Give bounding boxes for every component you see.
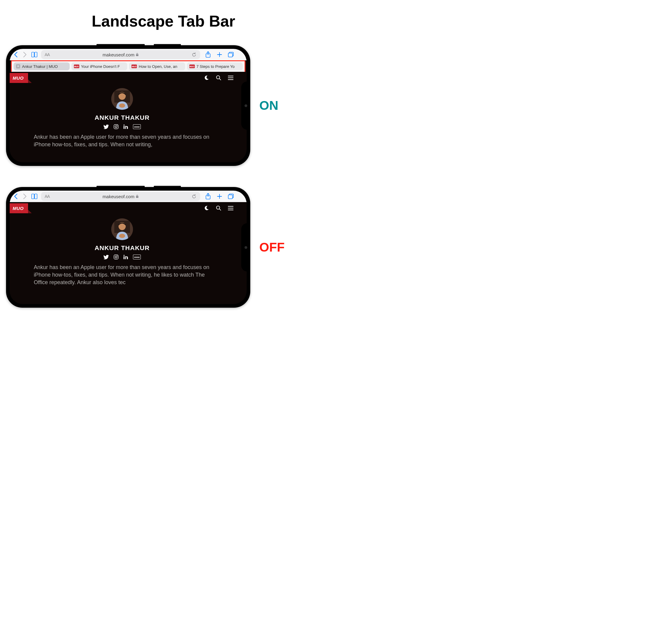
safari-toolbar: AA makeuseof.com [10,49,247,60]
search-icon[interactable] [216,205,221,211]
favicon-icon: MUO [132,65,137,68]
svg-point-17 [123,124,124,126]
dark-mode-icon[interactable] [204,75,209,80]
lock-icon [136,53,139,56]
lock-icon [136,194,139,198]
back-button[interactable] [13,193,19,199]
text-size-button[interactable]: AA [45,194,50,199]
state-label-off: OFF [259,240,285,255]
site-logo[interactable]: MUO [10,203,28,213]
new-tab-icon[interactable] [216,193,223,200]
variant-off-row: AA makeuseof.com [6,187,321,308]
notch [241,223,250,272]
svg-rect-0 [136,54,138,56]
phone-frame-on: AA makeuseof.com [6,45,250,166]
reload-icon[interactable] [191,194,196,199]
favicon-icon: MUO [74,65,79,68]
svg-line-8 [219,79,221,80]
author-bio: Ankur has been an Apple user for more th… [34,263,210,286]
svg-point-15 [117,125,118,126]
svg-rect-16 [123,126,124,129]
site-header: MUO [10,202,247,214]
twitter-icon[interactable] [103,124,109,129]
svg-point-25 [216,206,220,209]
avatar [111,218,133,240]
svg-point-32 [115,256,117,258]
text-size-button[interactable]: AA [45,52,50,57]
svg-point-33 [117,255,118,256]
screen-on: AA makeuseof.com [10,49,247,162]
tab-2[interactable]: MUO How to Open, Use, an [129,63,185,70]
forward-button[interactable] [22,51,28,58]
social-links: www [34,124,210,129]
reload-icon[interactable] [191,52,196,57]
menu-icon[interactable] [228,206,233,210]
svg-point-7 [216,76,220,79]
tab-label: 7 Steps to Prepare Yo [196,64,235,69]
landscape-tab-bar: ✕ Ankur Thakur | MUO MUO Your iPhone Doe… [11,60,246,73]
notch [241,82,250,130]
url-host: makeuseof.com [102,52,135,57]
linkedin-icon[interactable] [123,255,128,259]
svg-rect-6 [228,53,232,57]
svg-point-35 [123,255,124,256]
menu-icon[interactable] [228,76,233,80]
tab-3[interactable]: MUO 7 Steps to Prepare Yo [187,63,243,70]
svg-point-30 [119,234,125,238]
linkedin-icon[interactable] [123,124,128,129]
share-icon[interactable] [205,193,212,200]
social-links: www [34,255,210,259]
svg-point-12 [119,104,125,108]
tab-0[interactable]: ✕ Ankur Thakur | MUO [14,63,70,70]
phone-frame-off: AA makeuseof.com [6,187,250,308]
twitter-icon[interactable] [103,255,109,259]
svg-point-14 [115,126,117,128]
webpage-content: MUO [10,72,247,162]
webpage-content: MUO [10,202,247,304]
avatar [111,88,133,110]
state-label-on: ON [259,98,278,113]
close-tab-icon[interactable]: ✕ [16,64,20,68]
back-button[interactable] [13,51,19,58]
variant-on-row: AA makeuseof.com [6,45,321,166]
instagram-icon[interactable] [114,124,118,129]
tab-label: How to Open, Use, an [139,64,177,69]
svg-line-26 [219,209,221,210]
author-bio: Ankur has been an Apple user for more th… [34,133,210,148]
svg-rect-31 [114,255,118,259]
svg-rect-13 [114,124,118,129]
forward-button[interactable] [22,193,28,199]
new-tab-icon[interactable] [216,51,223,58]
site-header: MUO [10,72,247,84]
address-bar[interactable]: AA makeuseof.com [41,192,200,201]
tab-label: Your iPhone Doesn't F [81,64,120,69]
search-icon[interactable] [216,75,221,80]
website-icon[interactable]: www [133,255,141,259]
tabs-icon[interactable] [227,51,235,58]
svg-rect-18 [136,196,138,198]
address-bar[interactable]: AA makeuseof.com [41,50,200,59]
author-name: ANKUR THAKUR [34,244,210,252]
bookmarks-icon[interactable] [31,51,38,58]
instagram-icon[interactable] [114,255,118,259]
tab-label: Ankur Thakur | MUO [22,64,58,69]
tabs-icon[interactable] [227,193,235,200]
screen-off: AA makeuseof.com [10,191,247,304]
site-logo[interactable]: MUO [10,73,28,83]
svg-rect-34 [123,256,124,259]
tab-1[interactable]: MUO Your iPhone Doesn't F [71,63,127,70]
share-icon[interactable] [205,51,212,58]
url-host: makeuseof.com [102,194,135,199]
author-name: ANKUR THAKUR [34,114,210,121]
dark-mode-icon[interactable] [204,205,209,211]
page-title: Landscape Tab Bar [6,12,321,30]
favicon-icon: MUO [189,65,195,68]
safari-toolbar: AA makeuseof.com [10,191,247,202]
website-icon[interactable]: www [133,124,141,129]
bookmarks-icon[interactable] [31,193,38,200]
svg-rect-24 [228,195,232,199]
